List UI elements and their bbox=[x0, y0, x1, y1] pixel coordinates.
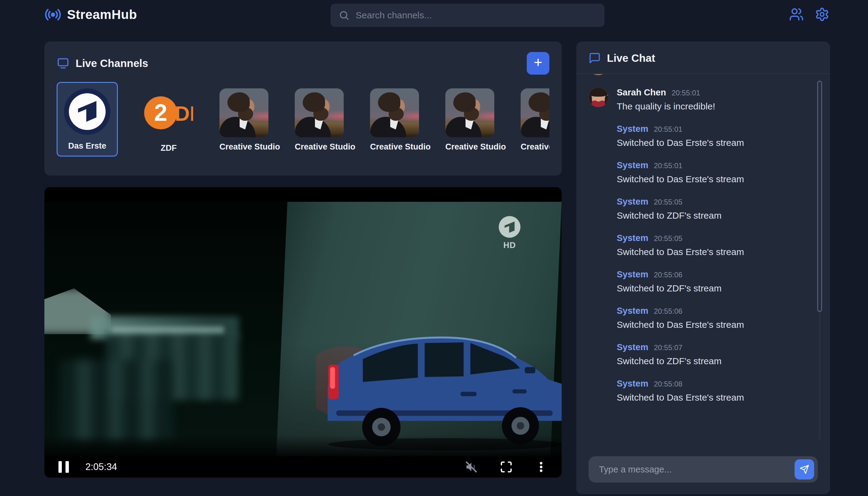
channel-watermark: HD bbox=[496, 216, 523, 250]
message-text: Switched to ZDF's stream bbox=[617, 211, 721, 221]
svg-text:2: 2 bbox=[154, 99, 167, 126]
scrollbar-thumb[interactable] bbox=[817, 81, 822, 312]
channel-thumbnail bbox=[295, 88, 344, 137]
avatar bbox=[588, 88, 608, 107]
chat-message-list[interactable]: Amazing stream today! 🔥 Sarah Chen 20:55… bbox=[576, 74, 830, 448]
message-author: System bbox=[617, 160, 648, 170]
chat-message: System 20:55:05 Switched to ZDF's stream bbox=[588, 197, 809, 221]
chat-message: Sarah Chen 20:55:01 The quality is incre… bbox=[588, 88, 809, 112]
fullscreen-icon bbox=[500, 461, 513, 474]
chat-message: System 20:55:05 Switched to Das Erste's … bbox=[588, 233, 809, 257]
message-text: Switched to Das Erste's stream bbox=[617, 174, 744, 184]
chat-scrollbar bbox=[817, 79, 822, 440]
channel-label: Das Erste bbox=[63, 141, 112, 151]
ard-watermark-icon bbox=[498, 216, 521, 238]
channel-item-creative-studio[interactable]: Creative Studio bbox=[445, 82, 494, 152]
chat-input-wrap bbox=[588, 456, 818, 483]
chat-message: System 20:55:08 Switched to Das Erste's … bbox=[588, 378, 809, 403]
avatar bbox=[588, 74, 608, 75]
channel-item-creative-studio[interactable]: Creative Studio bbox=[370, 82, 419, 152]
message-author: System bbox=[617, 306, 648, 316]
chat-message: System 20:55:01 Switched to Das Erste's … bbox=[588, 160, 809, 184]
search-icon bbox=[339, 10, 349, 21]
message-timestamp: 20:55:06 bbox=[654, 270, 682, 279]
app-logo: StreamHub bbox=[44, 6, 137, 23]
fullscreen-button[interactable] bbox=[500, 461, 513, 474]
add-channel-button[interactable]: + bbox=[527, 52, 549, 75]
channel-item-zdf[interactable]: 2 DF ZDF bbox=[144, 82, 193, 153]
channel-label: ZDF bbox=[144, 143, 193, 153]
channel-thumbnail bbox=[521, 88, 549, 137]
live-channels-header: Live Channels + bbox=[57, 52, 549, 75]
chat-message: System 20:55:06 Switched to Das Erste's … bbox=[588, 306, 809, 330]
live-chat-title: Live Chat bbox=[607, 52, 655, 64]
channel-item-creative-studio[interactable]: Creative Studio bbox=[295, 82, 344, 152]
settings-button[interactable] bbox=[814, 7, 830, 22]
main-content: Live Channels + Das Erste 2 DF ZDF bbox=[0, 29, 868, 494]
channel-label: Creative Studio bbox=[220, 142, 268, 152]
message-timestamp: 20:55:08 bbox=[654, 380, 682, 388]
video-blurred-background bbox=[44, 202, 301, 456]
channel-item-das-erste[interactable]: Das Erste bbox=[57, 82, 118, 157]
ard-logo-icon bbox=[63, 88, 111, 136]
app-header: StreamHub bbox=[0, 0, 868, 29]
message-author: System bbox=[617, 378, 648, 389]
chat-bubble-icon bbox=[588, 52, 601, 64]
playback-time: 2:05:34 bbox=[85, 462, 117, 472]
monitor-icon bbox=[57, 57, 70, 70]
zdf-logo-icon: 2 DF bbox=[144, 88, 193, 137]
chat-message: System 20:55:06 Switched to ZDF's stream bbox=[588, 269, 809, 294]
send-icon bbox=[799, 465, 809, 474]
channel-thumbnail bbox=[220, 88, 268, 137]
users-icon bbox=[789, 7, 804, 22]
message-timestamp: 20:55:01 bbox=[654, 161, 682, 170]
live-chat-panel: Live Chat Amazing stream today! 🔥 Sarah … bbox=[576, 42, 830, 494]
player-controls: 2:05:34 bbox=[44, 456, 562, 478]
live-channels-title: Live Channels bbox=[57, 57, 148, 70]
channel-thumbnail bbox=[370, 88, 419, 137]
app-title: StreamHub bbox=[67, 7, 137, 22]
chat-message-input[interactable] bbox=[588, 456, 818, 483]
search-input[interactable] bbox=[356, 10, 597, 20]
message-timestamp: 20:55:01 bbox=[654, 125, 682, 134]
hd-badge: HD bbox=[496, 241, 523, 250]
message-text: Switched to Das Erste's stream bbox=[617, 320, 744, 330]
chat-input-area bbox=[576, 448, 830, 494]
search-bar bbox=[331, 4, 604, 27]
message-author: System bbox=[617, 197, 648, 207]
send-message-button[interactable] bbox=[795, 459, 814, 480]
live-chat-header: Live Chat bbox=[576, 42, 830, 74]
message-timestamp: 20:55:01 bbox=[672, 89, 700, 97]
message-text: Switched to Das Erste's stream bbox=[617, 138, 744, 148]
message-text: Switched to ZDF's stream bbox=[617, 356, 721, 366]
mute-button[interactable] bbox=[465, 461, 478, 474]
chat-message: Amazing stream today! 🔥 bbox=[588, 74, 809, 75]
channel-list: Das Erste 2 DF ZDF Creative Studio bbox=[57, 82, 549, 157]
message-author: System bbox=[617, 342, 648, 352]
more-options-button[interactable] bbox=[535, 461, 548, 474]
channel-item-creative-studio[interactable]: Creative Studio bbox=[521, 82, 549, 152]
live-channels-panel: Live Channels + Das Erste 2 DF ZDF bbox=[44, 42, 562, 175]
chat-message: System 20:55:01 Switched to Das Erste's … bbox=[588, 124, 809, 148]
channel-label: Creative Studio bbox=[370, 142, 419, 152]
svg-text:DF: DF bbox=[175, 102, 193, 125]
more-icon bbox=[535, 461, 548, 474]
message-text: Switched to Das Erste's stream bbox=[617, 392, 744, 403]
broadcast-icon bbox=[44, 6, 61, 23]
message-timestamp: 20:55:07 bbox=[654, 343, 682, 352]
channel-label: Creative Studio bbox=[521, 142, 549, 152]
channel-label: Creative Studio bbox=[445, 142, 494, 152]
channel-label: Creative Studio bbox=[295, 142, 344, 152]
video-player[interactable]: HD 2:05:34 bbox=[44, 187, 562, 478]
viewers-button[interactable] bbox=[789, 7, 804, 22]
pause-button[interactable] bbox=[58, 461, 69, 473]
mute-icon bbox=[465, 461, 478, 474]
message-text: The quality is incredible! bbox=[617, 101, 715, 112]
video-frame: HD bbox=[44, 202, 562, 456]
message-author: System bbox=[617, 124, 648, 134]
message-timestamp: 20:55:06 bbox=[654, 307, 682, 315]
message-timestamp: 20:55:05 bbox=[654, 198, 682, 206]
message-author: System bbox=[617, 233, 648, 243]
channel-item-creative-studio[interactable]: Creative Studio bbox=[220, 82, 268, 152]
message-text: Switched to ZDF's stream bbox=[617, 283, 721, 294]
